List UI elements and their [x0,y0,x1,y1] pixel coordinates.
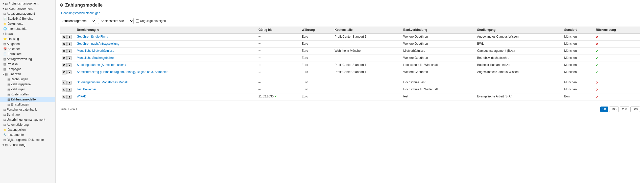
row-name-link[interactable]: Montaliche Studiengebühren [77,56,115,60]
sidebar-item-kostenstellen[interactable]: ▤ Kostenstellen [0,92,55,97]
table-header-row: Bezeichnung ⇅ Gültig bis Währung Kostens… [60,27,640,33]
invalid-filter-label[interactable]: Ungültige anzeigen [136,19,166,23]
cross-icon: ✕ [596,88,599,92]
sidebar-item-datenquellen[interactable]: 📁 Datenquellen [0,127,55,132]
page-size-200[interactable]: 200 [620,107,629,112]
row-dropdown-button[interactable]: ▼ [67,56,72,60]
sidebar-item-label: Antragsverwaltung [7,57,32,61]
sidebar-item-label: Zahlungen [11,88,25,91]
sidebar-item-news[interactable]: ℹ News [0,31,55,36]
expand-icon [2,139,3,141]
sidebar-item-label: Automatisierung [7,123,29,126]
row-gear-button[interactable]: ⚙ [62,81,67,85]
sidebar-item-forschungsdatenbank[interactable]: ▤ Forschungsdatenbank [0,107,55,112]
row-waehrung: Euro [300,79,332,86]
row-name-link[interactable]: WiPAD [77,95,86,98]
sidebar-item-label: Aufgaben [7,42,20,46]
row-kostenstelle [332,41,401,48]
invalid-filter-checkbox[interactable] [136,19,139,23]
sidebar-item-zahlungsmodelle[interactable]: ▤ Zahlungsmodelle [0,97,55,102]
sidebar-item-zahlungsplaene[interactable]: ▤ Zahlungspläne [0,82,55,87]
sidebar-item-internetauftritt[interactable]: 🌐 Internetauftritt [0,26,55,31]
row-name-link[interactable]: Test Bewerber [77,88,96,91]
expand-icon [6,83,7,86]
row-dropdown-button[interactable]: ▼ [67,63,72,67]
sidebar-item-praktika[interactable]: ▤ Praktika [0,62,55,67]
sidebar-item-finanzen[interactable]: ▼ ▤ Finanzen [0,72,55,77]
expand-icon [2,43,3,45]
row-bankverbindung: Hochschule für Wirtschaft [401,86,475,93]
col-bezeichnung[interactable]: Bezeichnung ⇅ [75,27,256,33]
sidebar-item-zahlungen[interactable]: ▤ Zahlungen [0,87,55,92]
row-gear-button[interactable]: ⚙ [62,63,67,67]
sidebar-item-kalender[interactable]: 📅 Kalender [0,46,55,51]
expand-icon [2,22,3,25]
sidebar-item-abgabemanagement[interactable]: ▤ Abgabemanagement [0,11,55,16]
sidebar-item-formulare[interactable]: 📄 Formulare [0,51,55,57]
add-zahlungsmodell-button[interactable]: + Zahlungsmodell hinzufügen [60,11,101,15]
sidebar-item-kursmanagement[interactable]: ▼ ▤ Kursmanagement [0,6,55,11]
sidebar-item-aufgaben[interactable]: ▤ Aufgaben [0,41,55,46]
row-rueckmeldung: ✓ [594,62,640,69]
row-studiengang: Angewandtes Campus-Wissen [475,69,562,76]
page-size-100[interactable]: 100 [609,107,619,112]
row-dropdown-button[interactable]: ▼ [67,42,72,46]
sidebar-item-instrumente[interactable]: 🔧 Instrumente [0,132,55,137]
sidebar-item-ranking[interactable]: ⭐ Ranking [0,36,55,41]
row-rueckmeldung: ✕ [594,86,640,93]
expand-icon [2,108,3,111]
row-name-link[interactable]: Gebühren für die Firma [77,35,108,38]
col-actions [60,27,75,33]
page-size-500[interactable]: 500 [630,107,640,112]
sidebar-item-digital-signierte-dokumente[interactable]: ▤ Digital signierte Dokumente [0,137,55,142]
sidebar-item-rechnungen[interactable]: ▤ Rechnungen [0,77,55,82]
cross-icon: ✕ [596,95,599,99]
calendar-icon: 📅 [3,47,7,51]
row-name-link[interactable]: Studiengebühren (Semester basiert) [77,63,126,67]
row-standort: München [562,55,594,62]
row-gear-button[interactable]: ⚙ [62,70,67,74]
row-gear-button[interactable]: ⚙ [62,56,67,60]
sidebar-item-label: Rechnungen [11,77,28,81]
row-name-link[interactable]: Studiengebühren_Monatliches Modell [77,81,128,84]
row-dropdown-button[interactable]: ▼ [67,49,72,53]
sidebar-item-label: Digital signierte Dokumente [7,138,44,142]
sidebar-item-automatisierung[interactable]: ▤ Automatisierung [0,122,55,127]
kostenstelle-filter[interactable]: Kostenstelle: Alle [98,18,134,24]
sidebar-item-einstellungen[interactable]: ▤ Einstellungen [0,102,55,107]
row-name-link[interactable]: Monatliche Mietverhältnisse [77,49,114,53]
sidebar-item-pruefungsmanagement[interactable]: ▼ ▤ Prüfungsmanagement [0,1,55,6]
folder-icon: ▤ [3,108,6,111]
row-dropdown-button[interactable]: ▼ [67,70,72,74]
row-kostenstelle: Profit Center Standort 1 [332,62,401,69]
row-dropdown-button[interactable]: ▼ [67,88,72,92]
sidebar-item-seminare[interactable]: ▤ Seminare [0,112,55,117]
expand-icon [2,68,3,71]
sidebar-item-dokumente[interactable]: 📁 Dokumente [0,21,55,26]
sidebar-item-archivierung[interactable]: ▼ ▤ Archivierung [0,142,55,147]
row-dropdown-button[interactable]: ▼ [67,35,72,39]
expand-icon [2,33,3,35]
studienprogramm-filter[interactable]: Studienprogramm [60,18,96,24]
sidebar-item-kampagne[interactable]: ▤ Kampagne [0,67,55,72]
page-size-50[interactable]: 50 [600,107,608,112]
sidebar-item-label: Abgabemanagement [7,12,35,15]
row-gear-button[interactable]: ⚙ [62,42,67,46]
folder-icon: ▤ [5,143,8,147]
sidebar-item-antragsverwaltung[interactable]: ▤ Antragsverwaltung [0,57,55,62]
row-gear-button[interactable]: ⚙ [62,88,67,92]
expand-icon [6,88,7,91]
sidebar-item-label: Forschungsdatenbank [7,108,37,111]
row-gear-button[interactable]: ⚙ [62,49,67,53]
row-dropdown-button[interactable]: ▼ [67,81,72,85]
sidebar-item-label: Datenquellen [8,128,26,132]
sidebar-item-unterbringungsmanagement[interactable]: ▤ Unterbringungsmanagement [0,117,55,122]
row-dropdown-button[interactable]: ▼ [67,95,72,99]
row-standort: München [562,41,594,48]
row-gear-button[interactable]: ⚙ [62,95,67,99]
sidebar-item-label: Unterbringungsmanagement [7,118,45,121]
row-name-link[interactable]: Gebühren nach Antragsstellung [77,42,119,45]
sidebar-item-statistik[interactable]: 📊 Statistik & Berichte [0,16,55,21]
row-name-link[interactable]: Semesterbeitrag (Einmalbetrag am Anfang)… [77,70,168,74]
row-gear-button[interactable]: ⚙ [62,35,67,39]
